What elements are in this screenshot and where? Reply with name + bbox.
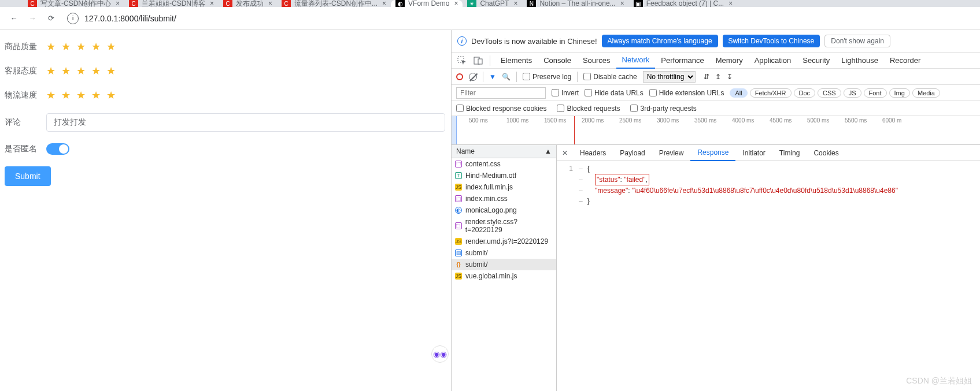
info-icon: i bbox=[457, 36, 467, 46]
filter-input[interactable] bbox=[456, 87, 546, 99]
star-icon[interactable]: ★ bbox=[46, 65, 56, 77]
device-icon[interactable] bbox=[471, 57, 485, 65]
disable-cache-checkbox[interactable]: Disable cache bbox=[583, 73, 637, 81]
filter-type-pill[interactable]: All bbox=[730, 88, 747, 98]
devtools-tab-memory[interactable]: Memory bbox=[710, 53, 749, 69]
browser-tab[interactable]: C发布成功× bbox=[219, 0, 277, 7]
request-row[interactable]: JSvue.global.min.js bbox=[452, 270, 556, 282]
request-row[interactable]: ▤submit/ bbox=[452, 247, 556, 259]
hide-ext-urls-checkbox[interactable]: Hide extension URLs bbox=[649, 89, 724, 97]
browser-tab[interactable]: C兰若姐姐-CSDN博客× bbox=[124, 0, 219, 7]
devtools-tab-console[interactable]: Console bbox=[538, 53, 577, 69]
detail-tab-timing[interactable]: Timing bbox=[772, 145, 807, 161]
reload-button[interactable]: ⟳ bbox=[43, 10, 59, 27]
star-rating[interactable]: ★★★★★ bbox=[46, 65, 116, 77]
url-bar[interactable]: i 127.0.0.1:8000/lili/submit/ bbox=[61, 10, 974, 27]
request-row[interactable]: THind-Medium.otf bbox=[452, 170, 556, 181]
browser-tab[interactable]: C流量券列表-CSDN创作中...× bbox=[277, 0, 391, 7]
browser-tab[interactable]: ▣Feedback object (7) | C...× bbox=[629, 0, 738, 7]
clear-button[interactable] bbox=[469, 73, 477, 81]
request-row[interactable]: JSrender.umd.js?t=20220129 bbox=[452, 236, 556, 247]
hide-data-urls-checkbox[interactable]: Hide data URLs bbox=[585, 89, 644, 97]
filter-type-pill[interactable]: Media bbox=[912, 88, 940, 98]
request-row[interactable]: ◐monicaLogo.png bbox=[452, 204, 556, 216]
site-info-icon[interactable]: i bbox=[67, 13, 79, 24]
anonymous-switch[interactable] bbox=[46, 143, 69, 155]
devtools-tab-network[interactable]: Network bbox=[616, 53, 656, 69]
devtools-tab-application[interactable]: Application bbox=[749, 53, 797, 69]
star-icon[interactable]: ★ bbox=[106, 65, 116, 77]
download-icon[interactable]: ↧ bbox=[727, 73, 733, 81]
back-button[interactable]: ← bbox=[6, 10, 22, 27]
devtools-tab-sources[interactable]: Sources bbox=[577, 53, 616, 69]
star-rating[interactable]: ★★★★★ bbox=[46, 40, 116, 53]
wifi-icon[interactable]: ⇵ bbox=[704, 73, 709, 81]
detail-tab-payload[interactable]: Payload bbox=[613, 145, 652, 161]
request-row[interactable]: {}submit/ bbox=[452, 259, 556, 270]
filter-type-pill[interactable]: Doc bbox=[794, 88, 816, 98]
upload-icon[interactable]: ↥ bbox=[715, 73, 721, 81]
star-icon[interactable]: ★ bbox=[91, 89, 101, 102]
browser-tab[interactable]: ◐VForm Demo× bbox=[391, 0, 463, 7]
request-row[interactable]: ⬚content.css bbox=[452, 158, 556, 170]
star-icon[interactable]: ★ bbox=[106, 40, 116, 53]
devtools-tab-elements[interactable]: Elements bbox=[495, 53, 538, 69]
detail-tab-preview[interactable]: Preview bbox=[652, 145, 691, 161]
search-icon[interactable]: 🔍 bbox=[502, 73, 511, 81]
request-name: monicaLogo.png bbox=[465, 206, 517, 214]
request-row[interactable]: ⬚index.min.css bbox=[452, 193, 556, 204]
devtools-tab-performance[interactable]: Performance bbox=[655, 53, 709, 69]
blocked-requests-checkbox[interactable]: Blocked requests bbox=[557, 105, 620, 113]
star-icon[interactable]: ★ bbox=[76, 65, 86, 77]
inspect-icon[interactable] bbox=[455, 56, 469, 65]
submit-button[interactable]: Submit bbox=[5, 166, 51, 186]
devtools-tab-security[interactable]: Security bbox=[797, 53, 835, 69]
filter-type-pill[interactable]: JS bbox=[844, 88, 861, 98]
devtools-banner: i DevTools is now available in Chinese! … bbox=[452, 30, 980, 53]
comment-input[interactable] bbox=[46, 113, 445, 132]
forward-button[interactable]: → bbox=[24, 10, 40, 27]
devtools-tab-recorder[interactable]: Recorder bbox=[884, 53, 926, 69]
blocked-cookies-checkbox[interactable]: Blocked response cookies bbox=[456, 105, 546, 113]
star-icon[interactable]: ★ bbox=[61, 89, 71, 102]
star-icon[interactable]: ★ bbox=[91, 40, 101, 53]
browser-tab[interactable]: ✴ChatGPT× bbox=[463, 0, 522, 7]
record-button[interactable] bbox=[456, 73, 463, 80]
banner-match-button[interactable]: Always match Chrome's language bbox=[602, 35, 718, 47]
invert-checkbox[interactable]: Invert bbox=[552, 89, 579, 97]
doc-icon: ▤ bbox=[455, 250, 462, 256]
third-party-checkbox[interactable]: 3rd-party requests bbox=[630, 105, 696, 113]
star-rating[interactable]: ★★★★★ bbox=[46, 89, 116, 102]
star-icon[interactable]: ★ bbox=[46, 89, 56, 102]
filter-toggle-icon[interactable]: ▼ bbox=[489, 73, 496, 81]
detail-tab-initiator[interactable]: Initiator bbox=[735, 145, 772, 161]
assistant-float-icon[interactable]: ◉◉ bbox=[431, 345, 449, 363]
filter-type-pill[interactable]: CSS bbox=[818, 88, 841, 98]
detail-tab-cookies[interactable]: Cookies bbox=[807, 145, 845, 161]
throttling-select[interactable]: No throttling bbox=[643, 71, 696, 83]
star-icon[interactable]: ★ bbox=[61, 65, 71, 77]
request-row[interactable]: ⬚render.style.css?t=20220129 bbox=[452, 216, 556, 236]
request-list-header[interactable]: Name▲ bbox=[452, 145, 556, 158]
detail-tab-headers[interactable]: Headers bbox=[573, 145, 613, 161]
star-icon[interactable]: ★ bbox=[76, 40, 86, 53]
request-row[interactable]: JSindex.full.min.js bbox=[452, 181, 556, 193]
filter-type-pill[interactable]: Font bbox=[864, 88, 887, 98]
close-detail-icon[interactable]: ✕ bbox=[557, 149, 573, 157]
filter-type-pill[interactable]: Fetch/XHR bbox=[750, 88, 792, 98]
banner-switch-button[interactable]: Switch DevTools to Chinese bbox=[723, 35, 820, 47]
form-row: 客服态度★★★★★ bbox=[5, 65, 446, 77]
star-icon[interactable]: ★ bbox=[91, 65, 101, 77]
detail-tab-response[interactable]: Response bbox=[690, 145, 735, 161]
browser-tab[interactable]: C写文章-CSDN创作中心× bbox=[23, 0, 124, 7]
filter-type-pill[interactable]: Img bbox=[889, 88, 910, 98]
star-icon[interactable]: ★ bbox=[106, 89, 116, 102]
star-icon[interactable]: ★ bbox=[46, 40, 56, 53]
browser-tab[interactable]: NNotion – The all-in-one...× bbox=[522, 0, 628, 7]
network-timeline[interactable]: 500 ms1000 ms1500 ms2000 ms2500 ms3000 m… bbox=[452, 116, 980, 145]
devtools-tab-lighthouse[interactable]: Lighthouse bbox=[835, 53, 884, 69]
star-icon[interactable]: ★ bbox=[61, 40, 71, 53]
preserve-log-checkbox[interactable]: Preserve log bbox=[523, 73, 571, 81]
banner-dismiss-button[interactable]: Don't show again bbox=[824, 35, 890, 47]
star-icon[interactable]: ★ bbox=[76, 89, 86, 102]
